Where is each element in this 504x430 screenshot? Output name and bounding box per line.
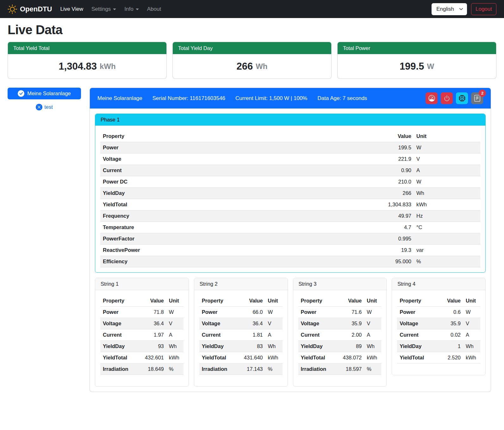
- chevron-down-icon: [459, 7, 463, 11]
- power-icon: [444, 95, 450, 102]
- check-circle-icon: [18, 90, 24, 97]
- row-unit: W: [463, 307, 480, 318]
- row-value: 2.520: [438, 352, 463, 364]
- column-header-unit: Unit: [414, 131, 480, 142]
- string-card-title: String 4: [392, 278, 485, 290]
- row-property: Current: [298, 329, 335, 341]
- table-row: YieldDay93Wh: [100, 341, 184, 352]
- row-property: Power DC: [100, 176, 288, 188]
- logout-button[interactable]: Logout: [471, 3, 496, 15]
- row-unit: A: [265, 329, 283, 341]
- summary-card-yield-total: Total Yield Total 1,304.83 kWh: [8, 42, 167, 79]
- column-header-unit: Unit: [265, 295, 283, 307]
- nav-item-live-view[interactable]: Live View: [60, 6, 83, 12]
- row-property: Current: [199, 329, 236, 341]
- table-row: Voltage35.9V: [397, 318, 480, 329]
- table-row: Voltage36.4V: [199, 318, 283, 329]
- row-value: 36.4: [236, 318, 265, 329]
- limit-settings-button[interactable]: [426, 92, 438, 104]
- inverter-card-header: Meine Solaranlage Serial Number: 1161716…: [90, 88, 491, 109]
- row-property: YieldDay: [100, 341, 137, 352]
- page-title: Live Data: [8, 23, 496, 37]
- table-row: Efficiency95.000%: [100, 256, 480, 267]
- speedometer-icon: [428, 95, 435, 102]
- phase-panel-title: Phase 1: [95, 114, 485, 126]
- row-property: YieldTotal: [397, 352, 438, 364]
- row-value: 1,304.833: [288, 199, 414, 210]
- string-card-title: String 1: [95, 278, 189, 290]
- row-property: Current: [397, 329, 438, 341]
- column-header-value: Value: [438, 295, 463, 307]
- table-row: Frequency49.97Hz: [100, 210, 480, 222]
- row-unit: kWh: [414, 199, 480, 210]
- row-unit: Hz: [414, 210, 480, 222]
- row-property: Current: [100, 329, 137, 341]
- summary-card-value: 199.5: [400, 61, 424, 72]
- event-log-button[interactable]: 2: [471, 92, 483, 104]
- row-property: Frequency: [100, 210, 288, 222]
- summary-card-value: 266: [236, 61, 253, 72]
- nav-item-about[interactable]: About: [147, 6, 161, 12]
- row-value: 71.6: [335, 307, 364, 318]
- row-property: Power: [298, 307, 335, 318]
- table-row: YieldDay83Wh: [199, 341, 283, 352]
- power-button[interactable]: [441, 92, 453, 104]
- row-unit: kWh: [463, 352, 480, 364]
- row-unit: V: [414, 153, 480, 165]
- nav-item-info[interactable]: Info: [124, 6, 139, 12]
- row-value: 71.8: [137, 307, 166, 318]
- row-property: YieldDay: [199, 341, 236, 352]
- sidebar-item-test[interactable]: test: [36, 104, 53, 110]
- row-property: Voltage: [100, 153, 288, 165]
- journal-text-icon: [474, 95, 481, 102]
- sun-icon: [8, 4, 17, 14]
- row-property: Voltage: [100, 318, 137, 329]
- brand[interactable]: OpenDTU: [8, 4, 52, 14]
- column-header-value: Value: [236, 295, 265, 307]
- row-unit: Wh: [364, 341, 381, 352]
- column-header-unit: Unit: [166, 295, 184, 307]
- row-unit: V: [265, 318, 283, 329]
- table-row: YieldDay89Wh: [298, 341, 382, 352]
- row-unit: kWh: [265, 352, 283, 364]
- row-unit: W: [414, 142, 480, 153]
- cpu-icon: [459, 95, 465, 102]
- row-value: 93: [137, 341, 166, 352]
- row-property: Power: [199, 307, 236, 318]
- nav-item-settings[interactable]: Settings: [91, 6, 116, 12]
- device-info-button[interactable]: [456, 92, 468, 104]
- row-value: 18.597: [335, 364, 364, 375]
- summary-card-title: Total Yield Total: [8, 42, 166, 54]
- sidebar-item-label: test: [44, 104, 53, 110]
- row-value: 49.97: [288, 210, 414, 222]
- column-header-unit: Unit: [463, 295, 480, 307]
- row-unit: kWh: [166, 352, 184, 364]
- row-unit: W: [364, 307, 381, 318]
- table-row: ReactivePower19.3var: [100, 245, 480, 256]
- caret-down-icon: [136, 9, 139, 10]
- column-header-value: Value: [288, 131, 414, 142]
- row-property: Temperature: [100, 222, 288, 233]
- row-unit: A: [166, 329, 184, 341]
- column-header-value: Value: [137, 295, 166, 307]
- row-property: Power: [100, 307, 137, 318]
- row-unit: Wh: [166, 341, 184, 352]
- table-row: Power DC210.0W: [100, 176, 480, 188]
- row-property: Efficiency: [100, 256, 288, 267]
- row-value: 0.02: [438, 329, 463, 341]
- row-unit: W: [265, 307, 283, 318]
- row-unit: °C: [414, 222, 480, 233]
- column-header-property: Property: [100, 131, 288, 142]
- row-property: YieldTotal: [100, 199, 288, 210]
- table-row: YieldTotal432.601kWh: [100, 352, 184, 364]
- summary-card-total-power: Total Power 199.5 W: [337, 42, 496, 79]
- sidebar-item-meine-solaranlage[interactable]: Meine Solaranlage: [8, 88, 81, 99]
- row-unit: %: [166, 364, 184, 375]
- inverter-limit: Current Limit: 1,500 W | 100%: [235, 95, 307, 102]
- row-value: 0.90: [288, 165, 414, 176]
- row-value: 1: [438, 341, 463, 352]
- row-property: PowerFactor: [100, 233, 288, 245]
- table-row: Irradiation18.649%: [100, 364, 184, 375]
- table-row: Power71.6W: [298, 307, 382, 318]
- language-select[interactable]: English: [432, 3, 467, 15]
